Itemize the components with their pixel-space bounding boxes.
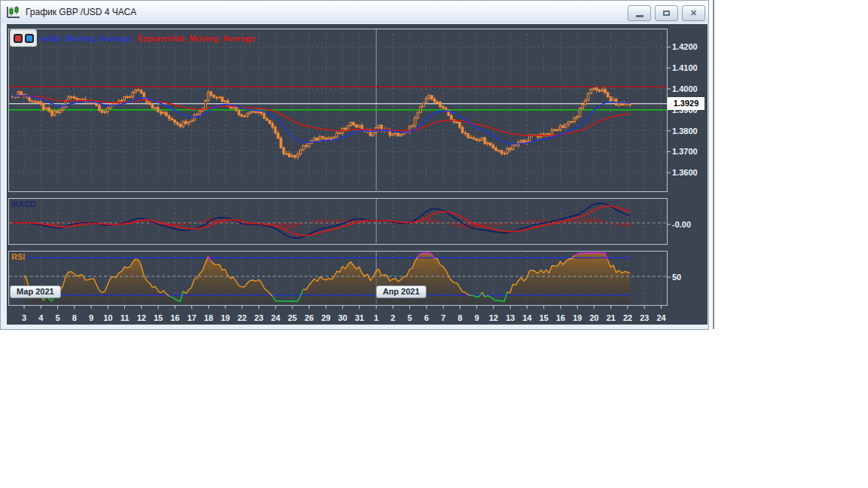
svg-text:8: 8	[72, 313, 77, 322]
ema-fast-legend-label: ential_Moving_Average	[39, 34, 131, 43]
svg-text:14: 14	[522, 313, 532, 322]
svg-text:23: 23	[640, 313, 649, 322]
svg-text:20: 20	[589, 313, 598, 322]
current-price-label: 1.3929	[668, 97, 704, 110]
ema-slow-legend-label: Exponential_Moving_Average	[137, 34, 255, 43]
month-label-april: Апр 2021	[376, 285, 426, 298]
svg-text:11: 11	[121, 313, 130, 322]
svg-text:21: 21	[607, 313, 616, 322]
svg-text:15: 15	[154, 313, 163, 322]
svg-text:29: 29	[321, 313, 330, 322]
svg-text:3: 3	[22, 313, 26, 322]
svg-text:4: 4	[38, 313, 44, 322]
svg-text:19: 19	[573, 313, 582, 322]
svg-text:24: 24	[656, 313, 666, 322]
svg-text:12: 12	[489, 313, 498, 322]
svg-text:1.4100: 1.4100	[672, 63, 698, 72]
svg-text:19: 19	[221, 313, 230, 322]
svg-text:31: 31	[355, 313, 364, 322]
svg-text:22: 22	[237, 313, 246, 322]
pane-divider[interactable]	[713, 0, 714, 329]
svg-text:7: 7	[441, 313, 445, 322]
svg-text:10: 10	[103, 313, 112, 322]
ema-blue-swatch[interactable]	[25, 34, 34, 43]
svg-text:12: 12	[137, 313, 146, 322]
svg-text:1.4200: 1.4200	[672, 42, 698, 51]
svg-text:1.3800: 1.3800	[672, 127, 698, 136]
svg-text:1.4000: 1.4000	[672, 84, 698, 93]
svg-text:24: 24	[271, 313, 281, 322]
svg-text:9: 9	[89, 313, 93, 322]
legend-swatch-panel	[10, 29, 37, 47]
svg-text:16: 16	[556, 313, 565, 322]
svg-text:18: 18	[204, 313, 213, 322]
svg-text:5: 5	[408, 313, 412, 322]
svg-text:9: 9	[475, 313, 479, 322]
chart-canvas[interactable]: 1.42001.41001.40001.39001.38001.37001.36…	[1, 1, 710, 331]
svg-text:30: 30	[338, 313, 347, 322]
month-label-march: Мар 2021	[10, 285, 61, 298]
svg-text:5: 5	[55, 313, 60, 322]
svg-text:23: 23	[254, 313, 263, 322]
svg-text:1.3700: 1.3700	[672, 147, 698, 156]
candles	[12, 87, 631, 160]
svg-text:26: 26	[304, 313, 313, 322]
svg-text:15: 15	[539, 313, 549, 322]
svg-text:16: 16	[170, 313, 179, 322]
ema-red-swatch[interactable]	[14, 34, 23, 43]
svg-text:-0.00: -0.00	[672, 220, 691, 229]
svg-text:25: 25	[288, 313, 297, 322]
svg-text:8: 8	[457, 313, 462, 322]
indicator-legend: ential_Moving_Average Exponential_Moving…	[10, 29, 261, 47]
svg-text:1: 1	[374, 313, 378, 322]
svg-text:50: 50	[672, 273, 681, 282]
chart-window: График GBP /USD 4 ЧАСА ✕ MACD RSI 1.4200…	[0, 0, 709, 330]
svg-text:2: 2	[390, 313, 395, 322]
svg-text:22: 22	[623, 313, 632, 322]
svg-text:13: 13	[506, 313, 515, 322]
svg-text:1.3600: 1.3600	[672, 168, 698, 177]
svg-text:6: 6	[424, 313, 429, 322]
svg-text:17: 17	[187, 313, 196, 322]
